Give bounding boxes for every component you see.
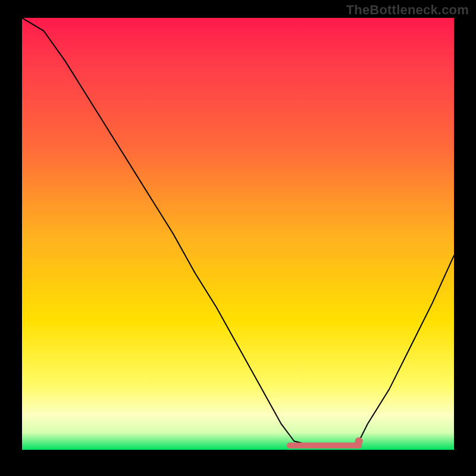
attribution-text: TheBottleneck.com [346,2,469,18]
bottleneck-curve-path [22,18,454,446]
chart-frame: TheBottleneck.com [0,0,476,476]
curve-layer [22,18,454,450]
plot-area [22,18,454,450]
optimal-marker [355,437,363,445]
